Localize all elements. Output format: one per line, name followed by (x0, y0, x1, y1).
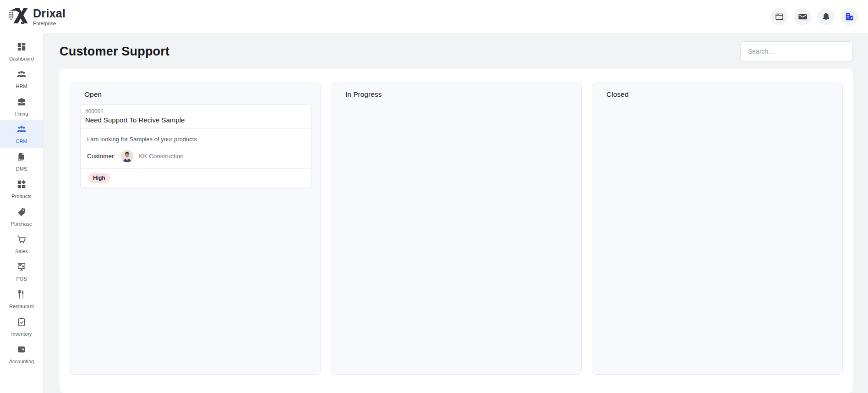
ticket-title: Need Support To Recive Sample (85, 116, 307, 124)
sidebar-label: POS (16, 276, 27, 282)
wallet-icon (16, 344, 27, 356)
sidebar-label: Products (11, 194, 31, 199)
company-building-icon (844, 11, 854, 22)
ticket-description: I am looking for Samples of your product… (87, 136, 305, 143)
header-actions (770, 8, 858, 25)
sidebar-item-restaurant[interactable]: Restaurant (0, 285, 43, 313)
sidebar-item-hiring[interactable]: Hiring (0, 93, 43, 120)
ticket-card[interactable]: #00001 Need Support To Recive Sample I a… (80, 104, 312, 188)
sidebar-item-inventory[interactable]: Inventory (0, 313, 43, 340)
column-title: In Progress (345, 90, 573, 99)
sidebar-item-pos[interactable]: POS (0, 258, 43, 285)
sidebar-item-crm[interactable]: CRM (0, 120, 43, 148)
sidebar-label: Inventory (11, 331, 32, 337)
bell-icon (821, 12, 831, 22)
column-title: Open (84, 90, 312, 99)
sidebar-item-dms[interactable]: DMS (0, 148, 43, 175)
sidebar-label: CRM (16, 138, 27, 144)
people-icon (16, 69, 27, 81)
kanban-column-closed: Closed (592, 83, 843, 375)
mail-button[interactable] (794, 8, 811, 25)
priority-badge: High (88, 173, 110, 183)
kanban-column-open: Open #00001 Need Support To Recive Sampl… (70, 83, 321, 375)
sidebar-nav: Dashboard HRM Hiring (0, 33, 44, 393)
window-button[interactable] (770, 8, 788, 25)
top-header: Drixal Enterprise (0, 0, 868, 33)
sidebar-label: HRM (16, 83, 27, 89)
page-header-row: Customer Support (60, 40, 853, 62)
sidebar-item-accounting[interactable]: Accounting (0, 340, 43, 368)
window-icon (775, 12, 784, 22)
notifications-button[interactable] (817, 8, 835, 25)
company-button[interactable] (841, 8, 858, 25)
sidebar-label: Accounting (9, 359, 34, 364)
ticket-customer-row: Customer: (87, 150, 305, 162)
sidebar-label: Sales (15, 249, 28, 254)
clipboard-check-icon (16, 317, 27, 329)
ticket-id: #00001 (85, 108, 307, 115)
sidebar-label: Restaurant (9, 304, 34, 309)
dashboard-icon (16, 42, 27, 54)
sidebar-item-hrm[interactable]: HRM (0, 65, 43, 93)
sidebar-label: DMS (16, 166, 27, 172)
sidebar-item-purchase[interactable]: Purchase (0, 203, 43, 230)
briefcase-icon (16, 97, 27, 109)
register-icon (16, 262, 27, 274)
document-icon (16, 152, 27, 164)
brand-logo[interactable]: Drixal Enterprise (7, 6, 66, 27)
sidebar-label: Purchase (11, 221, 32, 227)
cutlery-icon (16, 289, 27, 301)
sidebar-label: Dashboard (9, 56, 34, 61)
brand-subtitle: Enterprise (33, 21, 66, 26)
grid-diamond-icon (16, 179, 27, 191)
brand-name: Drixal (33, 7, 66, 20)
ticket-card-footer: High (81, 169, 311, 188)
sidebar-item-dashboard[interactable]: Dashboard (0, 38, 43, 65)
customer-avatar (121, 150, 133, 162)
kanban-column-in-progress: In Progress (331, 83, 582, 375)
ticket-card-header: #00001 Need Support To Recive Sample (81, 105, 311, 129)
mail-icon (798, 12, 808, 22)
cart-icon (16, 234, 27, 246)
sidebar-item-sales[interactable]: Sales (0, 230, 43, 258)
page-title: Customer Support (60, 44, 169, 59)
tag-icon (16, 207, 27, 219)
kanban-board: Open #00001 Need Support To Recive Sampl… (60, 69, 853, 393)
sidebar-label: Hiring (15, 111, 28, 116)
sidebar-item-products[interactable]: Products (0, 175, 43, 203)
customer-name: KK Construction (139, 153, 184, 160)
search-input[interactable] (740, 41, 853, 61)
customer-label: Customer: (87, 153, 115, 160)
people-icon (16, 124, 27, 136)
column-title: Closed (606, 90, 834, 99)
main-content: Customer Support Open #00001 Need Suppor… (44, 33, 868, 393)
ticket-card-body: I am looking for Samples of your product… (81, 129, 311, 169)
drixal-x-logo-icon (7, 6, 28, 27)
